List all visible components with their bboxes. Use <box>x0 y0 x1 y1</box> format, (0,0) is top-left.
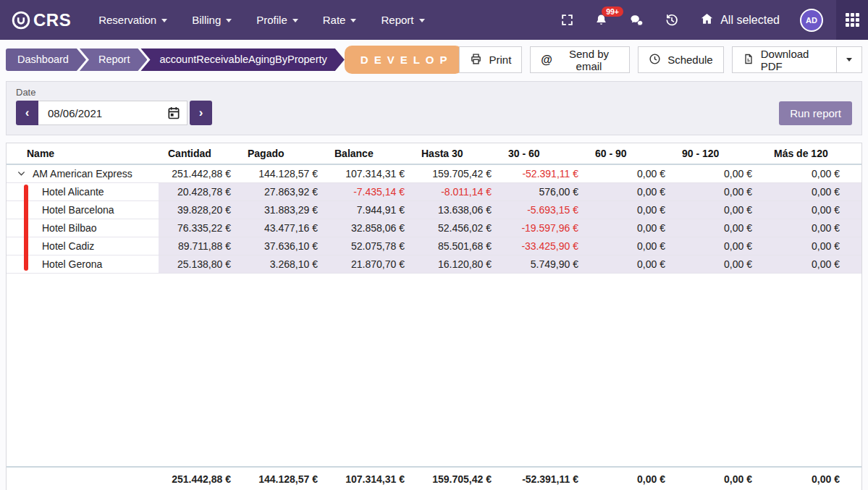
property-name: Hotel Cadiz <box>7 237 159 255</box>
property-row-hotel-gerona: Hotel Gerona 25.138,80 € 3.268,10 € 21.8… <box>7 255 861 273</box>
download-pdf-label: Download PDF <box>761 48 819 72</box>
column-header-cantidad: Cantidad <box>159 143 238 164</box>
cell: 576,00 € <box>499 182 586 200</box>
download-pdf-button[interactable]: Download PDF <box>733 47 830 72</box>
breadcrumb-dashboard[interactable]: Dashboard <box>6 48 86 71</box>
total-cell: 0,00 € <box>759 467 861 490</box>
cell: 0,00 € <box>673 219 759 237</box>
cell: -52.391,11 € <box>499 164 586 182</box>
schedule-label: Schedule <box>667 54 713 66</box>
property-row-hotel-barcelona: Hotel Barcelona 39.828,20 € 31.883,29 € … <box>7 200 861 219</box>
menu-reservation[interactable]: Reservation <box>98 14 167 26</box>
print-button[interactable]: Print <box>459 46 522 73</box>
avatar[interactable]: AD <box>800 9 823 32</box>
pdf-file-icon <box>743 53 754 67</box>
apps-grid-button[interactable] <box>836 0 868 40</box>
chevron-down-icon <box>226 19 232 22</box>
column-header-30-60: 30 - 60 <box>499 143 586 164</box>
run-report-button[interactable]: Run report <box>779 101 852 125</box>
totals-name-cell <box>7 467 159 490</box>
schedule-button[interactable]: Schedule <box>638 46 724 73</box>
property-name: Hotel Barcelona <box>7 200 159 219</box>
cell: 20.428,78 € <box>159 182 238 200</box>
cell: 0,00 € <box>759 237 861 255</box>
download-options-button[interactable] <box>836 47 861 72</box>
cell: 89.711,88 € <box>159 237 238 255</box>
home-icon <box>699 12 715 29</box>
date-input[interactable] <box>38 101 187 125</box>
report-filter-panel: Date ‹ › Run report <box>6 81 862 135</box>
notification-badge: 99+ <box>602 7 623 17</box>
fullscreen-icon[interactable] <box>560 13 574 27</box>
menu-billing[interactable]: Billing <box>192 14 232 26</box>
total-cell: 0,00 € <box>586 467 673 490</box>
bell-icon[interactable]: 99+ <box>594 13 608 28</box>
previous-day-button[interactable]: ‹ <box>16 101 38 125</box>
column-header-mas-de-120: Más de 120 <box>759 143 861 164</box>
cell: 0,00 € <box>586 219 673 237</box>
menu-rate[interactable]: Rate <box>323 14 357 26</box>
property-name: Hotel Alicante <box>7 182 159 200</box>
cell: -7.435,14 € <box>325 182 412 200</box>
aging-report-table: Name Cantidad Pagado Balance Hasta 30 30… <box>7 143 861 490</box>
cell: 0,00 € <box>673 255 759 273</box>
cell: 52.456,02 € <box>412 219 499 237</box>
date-control: ‹ › <box>16 101 212 125</box>
total-cell: 159.705,42 € <box>412 467 499 490</box>
apps-grid-icon <box>846 13 859 27</box>
chevron-down-icon <box>419 19 425 22</box>
print-label: Print <box>489 54 511 66</box>
cell: 0,00 € <box>673 182 759 200</box>
send-by-email-button[interactable]: @ Send by email <box>530 46 630 73</box>
top-navbar: CRS Reservation Billing Profile Rate Rep… <box>0 0 868 40</box>
chat-icon[interactable] <box>628 13 644 28</box>
property-name: Hotel Bilbao <box>7 219 159 237</box>
menu-label: Billing <box>192 14 221 26</box>
cell: 16.120,80 € <box>412 255 499 273</box>
menu-label: Reservation <box>98 14 156 26</box>
history-icon[interactable] <box>665 13 679 28</box>
menu-profile[interactable]: Profile <box>256 14 298 26</box>
property-selector[interactable]: All selected <box>699 12 780 29</box>
property-row-hotel-alicante: Hotel Alicante 20.428,78 € 27.863,92 € -… <box>7 182 861 200</box>
group-row-am-american-express: AM American Express 251.442,88 € 144.128… <box>7 164 861 182</box>
cell: 43.477,16 € <box>238 219 325 237</box>
breadcrumb-current-report[interactable]: accountReceivableAgingByProperty <box>140 48 344 71</box>
menu-label: Profile <box>256 14 287 26</box>
cell: 0,00 € <box>586 255 673 273</box>
breadcrumb-report[interactable]: Report <box>80 48 148 71</box>
chevron-down-icon <box>350 19 356 22</box>
logo-text: CRS <box>33 10 71 30</box>
printer-icon <box>470 53 482 67</box>
send-by-email-label: Send by email <box>559 48 619 72</box>
cell: 0,00 € <box>586 164 673 182</box>
clock-icon <box>649 53 661 67</box>
environment-badge: DEVELOP <box>345 46 463 74</box>
table-header-row: Name Cantidad Pagado Balance Hasta 30 30… <box>7 143 861 164</box>
column-header-name: Name <box>7 143 159 164</box>
collapse-group-chevron-icon[interactable] <box>17 169 26 178</box>
cell: -5.693,15 € <box>499 200 586 219</box>
cell: 0,00 € <box>759 164 861 182</box>
cell: -33.425,90 € <box>499 237 586 255</box>
cell: 39.828,20 € <box>159 200 238 219</box>
breadcrumb: Dashboard Report accountReceivableAgingB… <box>6 48 345 71</box>
cell: 25.138,80 € <box>159 255 238 273</box>
cell: 251.442,88 € <box>159 164 238 182</box>
cell: 0,00 € <box>759 255 861 273</box>
table-empty-space <box>7 273 861 467</box>
menu-label: Rate <box>323 14 346 26</box>
cell: 37.636,10 € <box>238 237 325 255</box>
crs-logo[interactable]: CRS <box>12 10 71 30</box>
next-day-button[interactable]: › <box>190 101 212 125</box>
menu-report[interactable]: Report <box>381 14 424 26</box>
total-cell: 0,00 € <box>673 467 759 490</box>
calendar-icon[interactable] <box>167 106 181 123</box>
property-selector-label: All selected <box>720 14 780 27</box>
total-cell: -52.391,11 € <box>499 467 586 490</box>
cell: 21.870,70 € <box>325 255 412 273</box>
cell: 144.128,57 € <box>238 164 325 182</box>
cell: 85.501,68 € <box>412 237 499 255</box>
cell: 13.638,06 € <box>412 200 499 219</box>
cell: 159.705,42 € <box>412 164 499 182</box>
